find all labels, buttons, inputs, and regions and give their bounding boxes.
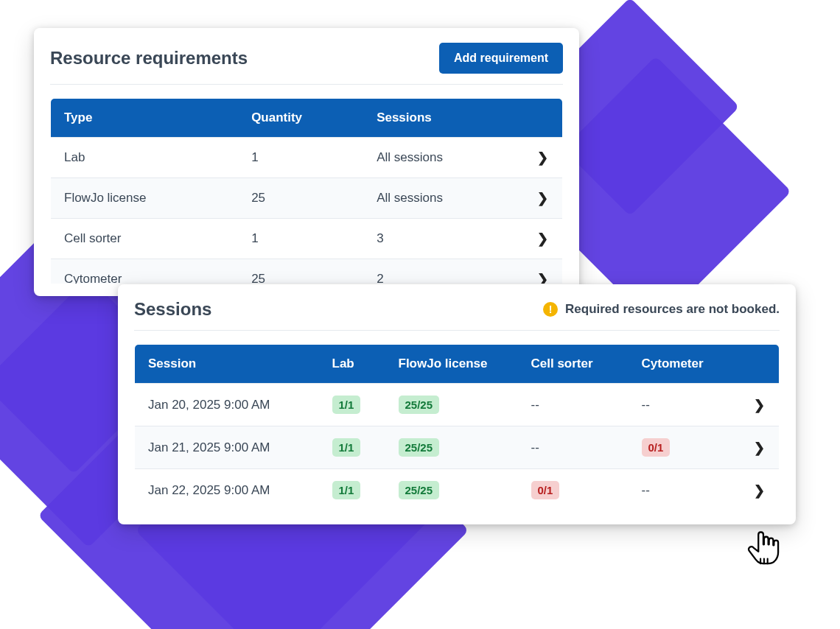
- empty-value: --: [531, 440, 539, 454]
- cell-session: Jan 21, 2025 9:00 AM: [135, 426, 319, 469]
- col-sessions: Sessions: [363, 99, 522, 138]
- sessions-title: Sessions: [134, 299, 211, 320]
- cell-quantity: 1: [238, 219, 363, 259]
- cell-cytometer: --: [629, 469, 740, 512]
- cell-flowjo: 25/25: [385, 469, 518, 512]
- col-cell-sorter: Cell sorter: [518, 345, 629, 384]
- cell-quantity: 1: [238, 138, 363, 178]
- status-badge: 1/1: [332, 481, 361, 499]
- table-row[interactable]: FlowJo license25All sessions❯: [51, 178, 563, 219]
- status-badge: 0/1: [642, 438, 671, 457]
- cell-lab: 1/1: [319, 426, 385, 469]
- chevron-right-icon[interactable]: ❯: [754, 440, 765, 455]
- sessions-table: Session Lab FlowJo license Cell sorter C…: [134, 344, 780, 512]
- col-type: Type: [51, 99, 239, 138]
- chevron-right-icon[interactable]: ❯: [537, 191, 548, 205]
- chevron-right-icon[interactable]: ❯: [754, 483, 765, 498]
- cell-flowjo: 25/25: [385, 426, 518, 469]
- col-action: [740, 345, 780, 384]
- status-badge: 25/25: [399, 396, 440, 414]
- cell-type: Lab: [51, 138, 239, 178]
- col-cytometer: Cytometer: [629, 345, 740, 384]
- cell-lab: 1/1: [319, 469, 385, 512]
- warning-icon: !: [543, 302, 558, 317]
- status-badge: 1/1: [332, 438, 361, 457]
- cell-type: FlowJo license: [51, 178, 239, 219]
- cell-type: Cytometer: [51, 259, 239, 284]
- table-row[interactable]: Jan 20, 2025 9:00 AM1/125/25----❯: [135, 384, 780, 426]
- cursor-hand-icon: [746, 530, 780, 569]
- chevron-right-icon[interactable]: ❯: [537, 231, 548, 246]
- cell-quantity: 25: [238, 178, 363, 219]
- cell-sessions: 2: [363, 259, 522, 284]
- empty-value: --: [642, 398, 650, 412]
- col-session: Session: [135, 345, 319, 384]
- col-flowjo: FlowJo license: [385, 345, 518, 384]
- table-row[interactable]: Lab1All sessions❯: [51, 138, 563, 178]
- add-requirement-button[interactable]: Add requirement: [439, 43, 563, 74]
- chevron-right-icon[interactable]: ❯: [537, 272, 548, 284]
- status-badge: 1/1: [332, 396, 361, 414]
- chevron-right-icon[interactable]: ❯: [537, 150, 548, 165]
- cell-cell-sorter: --: [518, 384, 629, 426]
- sessions-warning: ! Required resources are not booked.: [543, 302, 780, 317]
- cell-type: Cell sorter: [51, 219, 239, 259]
- cell-sessions: 3: [363, 219, 522, 259]
- sessions-card: Sessions ! Required resources are not bo…: [118, 284, 796, 524]
- cell-lab: 1/1: [319, 384, 385, 426]
- requirements-table: Type Quantity Sessions Lab1All sessions❯…: [50, 98, 563, 284]
- cell-sessions: All sessions: [363, 178, 522, 219]
- status-badge: 25/25: [399, 438, 440, 457]
- col-lab: Lab: [319, 345, 385, 384]
- col-quantity: Quantity: [238, 99, 363, 138]
- cell-sessions: All sessions: [363, 138, 522, 178]
- empty-value: --: [642, 483, 650, 497]
- status-badge: 25/25: [399, 481, 440, 499]
- cell-flowjo: 25/25: [385, 384, 518, 426]
- resource-requirements-card: Resource requirements Add requirement Ty…: [34, 28, 579, 296]
- chevron-right-icon[interactable]: ❯: [754, 398, 765, 412]
- cell-cytometer: --: [629, 384, 740, 426]
- empty-value: --: [531, 398, 539, 412]
- table-row[interactable]: Cell sorter13❯: [51, 219, 563, 259]
- requirements-title: Resource requirements: [50, 48, 248, 68]
- cell-session: Jan 20, 2025 9:00 AM: [135, 384, 319, 426]
- sessions-warning-text: Required resources are not booked.: [565, 302, 780, 317]
- cell-quantity: 25: [238, 259, 363, 284]
- table-row[interactable]: Jan 21, 2025 9:00 AM1/125/25--0/1❯: [135, 426, 780, 469]
- status-badge: 0/1: [531, 481, 560, 499]
- table-row[interactable]: Jan 22, 2025 9:00 AM1/125/250/1--❯: [135, 469, 780, 512]
- cell-session: Jan 22, 2025 9:00 AM: [135, 469, 319, 512]
- cell-cytometer: 0/1: [629, 426, 740, 469]
- col-action: [523, 99, 563, 138]
- table-row[interactable]: Cytometer252❯: [51, 259, 563, 284]
- cell-cell-sorter: 0/1: [518, 469, 629, 512]
- cell-cell-sorter: --: [518, 426, 629, 469]
